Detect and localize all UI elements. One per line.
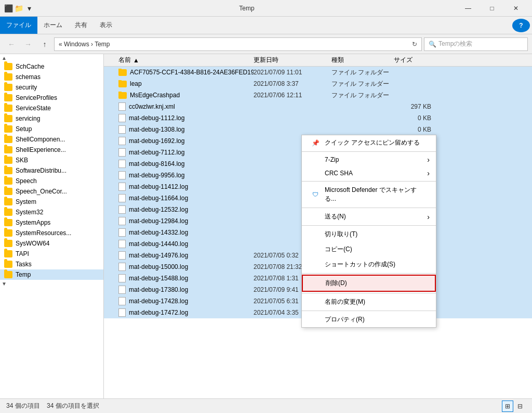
ctx-create-shortcut[interactable]: ショートカットの作成(S) (302, 257, 436, 272)
sidebar-item-servicing[interactable]: servicing (0, 113, 103, 124)
folder-icon (4, 115, 12, 122)
sidebar-item-tapi[interactable]: TAPI (0, 249, 103, 259)
sidebar-item-label: Temp (16, 271, 31, 278)
sidebar-item-servicestate[interactable]: ServiceState (0, 103, 103, 113)
table-row[interactable]: leap 2021/07/08 3:37 ファイル フォルダー (104, 78, 532, 89)
folder-icon (4, 136, 12, 143)
table-row[interactable]: mat-debug-1112.log0 KB (104, 112, 532, 124)
file-name-cell: mat-debug-8164.log (108, 160, 254, 168)
table-row[interactable]: ACF70575-CCF1-4384-B816-24AE36FED19... 2… (104, 67, 532, 78)
sidebar-item-systemresources[interactable]: SystemResources... (0, 228, 103, 238)
sidebar-item-syswow64[interactable]: SysWOW64 (0, 238, 103, 249)
col-header-size[interactable]: サイズ (394, 56, 435, 64)
menu-item-share[interactable]: 共有 (69, 17, 94, 34)
folder-icon (4, 250, 12, 257)
sidebar-item-softwaredistribution[interactable]: SoftwareDistribu... (0, 165, 103, 176)
menu-item-home[interactable]: ホーム (37, 17, 69, 34)
search-box[interactable]: 🔍 Tempの検索 (424, 37, 528, 51)
ctx-delete[interactable]: 削除(D) (302, 275, 436, 292)
doc-icon (118, 251, 126, 260)
file-name: mat-debug-12984.log (129, 217, 188, 225)
sidebar-scroll-down[interactable]: ▼ (0, 280, 8, 287)
menu-item-view[interactable]: 表示 (94, 17, 118, 34)
sidebar-item-setup[interactable]: Setup (0, 124, 103, 134)
sidebar-item-systemapps[interactable]: SystemApps (0, 217, 103, 228)
folder-icon (4, 167, 12, 174)
file-name: mat-debug-1112.log (129, 114, 184, 122)
forward-button[interactable]: → (21, 37, 35, 51)
folder-icon (4, 125, 12, 133)
doc-icon (118, 102, 126, 111)
file-name: mat-debug-14440.log (129, 240, 188, 248)
folder-icon (118, 81, 127, 87)
refresh-button[interactable]: ↻ (412, 41, 417, 48)
doc-icon (118, 263, 126, 271)
sidebar-item-serviceprofiles[interactable]: ServiceProfiles (0, 93, 103, 103)
table-row[interactable]: MsEdgeCrashpad 2021/07/06 12:11 ファイル フォル… (104, 89, 532, 101)
item-selected: 34 個の項目を選択 (47, 402, 99, 409)
sidebar-item-label: schemas (16, 73, 41, 81)
doc-icon (118, 125, 126, 134)
sidebar-item-label: SKB (16, 157, 28, 164)
ctx-send-to[interactable]: 送る(N) (302, 209, 436, 224)
ctx-properties[interactable]: プロパティ(R) (302, 312, 436, 327)
ctx-rename[interactable]: 名前の変更(M) (302, 294, 436, 309)
ctx-7zip[interactable]: 7-Zip (302, 153, 436, 166)
sidebar-item-tasks[interactable]: Tasks (0, 259, 103, 269)
sidebar-item-label: ServiceProfiles (16, 94, 57, 101)
title-dropdown-icon[interactable]: ▾ (25, 4, 33, 12)
window-title: Temp (37, 5, 456, 12)
sidebar-item-speech[interactable]: Speech (0, 176, 103, 186)
maximize-button[interactable]: □ (480, 0, 504, 17)
sidebar-item-label: SchCache (16, 63, 44, 70)
minimize-button[interactable]: — (456, 0, 480, 17)
ctx-pin-to-quick-access[interactable]: 📌 クイック アクセスにピン留めする (302, 135, 436, 150)
sidebar-item-security[interactable]: security (0, 82, 103, 93)
folder-icon (4, 63, 12, 70)
doc-icon (118, 297, 126, 305)
col-header-name[interactable]: 名前 ▲ (108, 56, 254, 64)
ctx-defender-scan[interactable]: 🛡 Microsoft Defender でスキャンする... (302, 183, 436, 206)
menu-item-file[interactable]: ファイル (0, 17, 37, 34)
sidebar-item-system[interactable]: System (0, 197, 103, 207)
view-details-button[interactable]: ⊞ (502, 401, 513, 412)
ctx-separator (302, 151, 436, 152)
sidebar-item-schemas[interactable]: schemas (0, 72, 103, 82)
sidebar-item-label: ShellExperience... (16, 146, 66, 153)
sidebar-item-skb[interactable]: SKB (0, 155, 103, 165)
sidebar-item-system32[interactable]: System32 (0, 207, 103, 217)
sidebar-item-shellexperience[interactable]: ShellExperience... (0, 145, 103, 155)
view-large-icons-button[interactable]: ⊟ (514, 401, 526, 412)
sidebar-item-label: TAPI (16, 250, 29, 257)
sidebar-item-schcache[interactable]: SchCache (0, 61, 103, 72)
sidebar-item-shellcomponents[interactable]: ShellComponen... (0, 134, 103, 145)
back-button[interactable]: ← (4, 37, 19, 51)
table-row[interactable]: mat-debug-1308.log0 KB (104, 124, 532, 135)
ctx-crc-sha[interactable]: CRC SHA (302, 166, 436, 180)
ctx-cut[interactable]: 切り取り(T) (302, 227, 436, 242)
sidebar-scroll-up[interactable]: ▲ (0, 54, 8, 61)
sidebar-item-label: System (16, 198, 36, 205)
sidebar-item-speechonecor[interactable]: Speech_OneCor... (0, 186, 103, 197)
col-header-date[interactable]: 更新日時 (254, 56, 331, 64)
menu-bar: ファイル ホーム 共有 表示 ? (0, 17, 532, 34)
doc-icon (118, 217, 126, 225)
col-header-type[interactable]: 種類 (331, 56, 394, 64)
help-button[interactable]: ? (512, 19, 530, 32)
file-name: mat-debug-17380.log (129, 286, 188, 293)
file-name-cell: mat-debug-14440.log (108, 240, 254, 248)
folder-icon (4, 73, 12, 81)
close-button[interactable]: ✕ (504, 0, 528, 17)
table-row[interactable]: cc0wzlwr.knj.xml 297 KB (104, 101, 532, 112)
address-input[interactable]: « Windows › Temp ↻ (54, 37, 422, 51)
sidebar-item-temp[interactable]: Temp (0, 269, 103, 280)
folder-icon (4, 94, 12, 101)
folder-icon (4, 209, 12, 216)
ctx-label: プロパティ(R) (325, 315, 428, 324)
folder-icon (4, 219, 12, 226)
ctx-copy[interactable]: コピー(C) (302, 242, 436, 257)
sidebar-item-label: ServiceState (16, 105, 51, 112)
up-button[interactable]: ↑ (37, 37, 52, 51)
file-name-cell: mat-debug-7112.log (108, 148, 254, 157)
file-name: mat-debug-17472.log (129, 309, 188, 316)
